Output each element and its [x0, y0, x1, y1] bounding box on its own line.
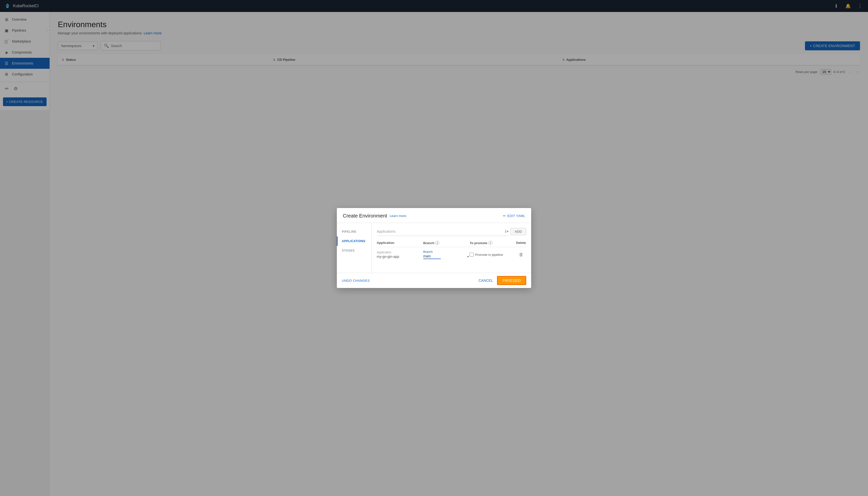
add-application-button[interactable]: ADD: [511, 228, 526, 235]
create-environment-dialog: Create Environment Learn more. ✏ EDIT YA…: [337, 208, 531, 288]
modal-title: Create Environment: [343, 213, 387, 219]
delete-app-button[interactable]: 🗑: [516, 251, 526, 258]
modal-learn-more-link[interactable]: Learn more.: [390, 214, 407, 218]
modal-body: PIPELINE APPLICATIONS STAGES Application…: [337, 223, 531, 273]
to-promote-info-icon[interactable]: ℹ: [488, 241, 492, 245]
modal-applications-content: Applications ℹ ▾ ADD Application Branch …: [372, 223, 531, 273]
app-input-row: Applications ℹ ▾ ADD: [377, 227, 526, 236]
branch-cell-label: Branch: [423, 250, 470, 253]
app-select-wrapper: Applications ℹ ▾: [377, 227, 509, 236]
app-cell-value: my-go-gin-app: [377, 254, 423, 259]
edit-yaml-icon: ✏: [503, 214, 506, 218]
app-col-header-delete: Delete: [516, 241, 526, 245]
applications-dropdown-arrow: ▾: [507, 230, 509, 233]
promote-label: Promote in pipeline: [475, 253, 503, 257]
app-name-cell: Application my-go-gin-app: [377, 251, 423, 259]
promote-checkbox[interactable]: [470, 253, 474, 257]
app-cell-label: Application: [377, 251, 423, 254]
branch-info-icon[interactable]: ℹ: [435, 241, 439, 245]
app-col-header-application: Application: [377, 241, 423, 245]
app-col-header-to-promote: To promote: [470, 241, 487, 245]
promote-cell: Promote in pipeline: [470, 253, 516, 257]
modal-step-applications[interactable]: APPLICATIONS: [337, 236, 371, 246]
branch-dropdown-wrapper: main develop feature: [423, 254, 470, 259]
modal-overlay[interactable]: Create Environment Learn more. ✏ EDIT YA…: [0, 0, 868, 496]
add-label: ADD: [515, 230, 522, 233]
modal-footer: UNDO CHANGES CANCEL PROCEED: [337, 273, 531, 288]
branch-cell: Branch main develop feature: [423, 250, 470, 259]
proceed-button[interactable]: PROCEED: [497, 276, 526, 285]
delete-icon: 🗑: [519, 252, 524, 257]
modal-steps-sidebar: PIPELINE APPLICATIONS STAGES: [337, 223, 372, 273]
app-col-header-branch-wrapper: Branch ℹ: [423, 241, 470, 245]
modal-header: Create Environment Learn more. ✏ EDIT YA…: [337, 208, 531, 223]
edit-yaml-label: EDIT YAML: [507, 214, 525, 218]
applications-info-button[interactable]: ℹ: [505, 229, 507, 234]
app-col-header-branch: Branch: [423, 241, 434, 245]
undo-changes-button[interactable]: UNDO CHANGES: [342, 279, 370, 282]
cancel-button[interactable]: CANCEL: [475, 277, 497, 284]
app-col-header-to-promote-wrapper: To promote ℹ: [470, 241, 516, 245]
modal-step-pipeline[interactable]: PIPELINE: [337, 227, 371, 236]
app-table-header: Application Branch ℹ To promote ℹ Delete: [377, 239, 526, 247]
branch-select[interactable]: main develop feature: [423, 254, 441, 259]
app-table-row: Application my-go-gin-app Branch main de…: [377, 248, 526, 261]
edit-yaml-button[interactable]: ✏ EDIT YAML: [503, 214, 525, 218]
modal-step-stages[interactable]: STAGES: [337, 246, 371, 255]
applications-select[interactable]: Applications: [377, 230, 505, 233]
